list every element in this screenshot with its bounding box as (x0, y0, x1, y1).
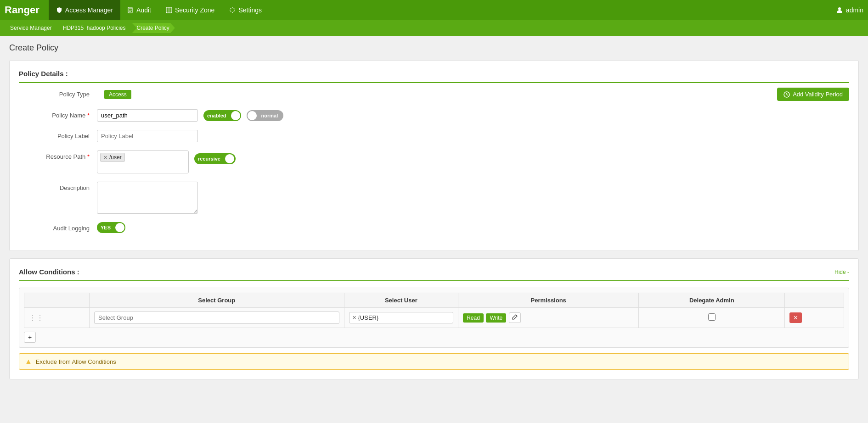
policy-label-input[interactable] (97, 130, 198, 142)
delete-row-button[interactable]: ✕ (789, 312, 802, 323)
allow-conditions-card: Allow Conditions : Hide - Select Group S… (9, 258, 859, 379)
select-group-cell (89, 308, 344, 328)
allow-conditions-heading: Allow Conditions : (19, 268, 79, 276)
edit-icon (512, 314, 518, 320)
svg-point-7 (231, 9, 233, 11)
policy-type-label: Policy Type (19, 91, 97, 98)
conditions-table: Select Group Select User Permissions Del… (24, 293, 844, 328)
nav-settings[interactable]: Settings (222, 0, 269, 20)
warning-icon: ▲ (25, 357, 32, 366)
username-label: admin (846, 6, 863, 14)
breadcrumb-hadoop-policies[interactable]: HDP315_hadoop Policies (58, 23, 131, 33)
select-user-cell: ✕ {USER} (344, 308, 458, 328)
recursive-toggle[interactable]: recursive (194, 153, 236, 164)
resource-path-tag-value: /user (109, 154, 122, 161)
resource-path-input[interactable]: ✕ /user (97, 150, 189, 173)
recursive-label: recursive (194, 156, 224, 161)
toggle-knob-enabled (231, 111, 240, 120)
description-row: Description (19, 182, 849, 214)
enabled-toggle[interactable]: enabled (203, 110, 241, 121)
policy-details-card: Policy Details : Policy Type Access Add … (9, 60, 859, 251)
delegate-admin-cell (639, 308, 785, 328)
file-icon (128, 7, 134, 13)
header-select-group (24, 293, 90, 308)
page-title: Create Policy (9, 43, 859, 53)
audit-logging-row: Audit Logging YES (19, 222, 849, 233)
policy-name-input[interactable] (97, 109, 198, 122)
toggle-knob-normal (248, 111, 257, 120)
user-tag-value: {USER} (358, 314, 379, 321)
nav-access-manager[interactable]: Access Manager (49, 0, 120, 20)
audit-toggle-knob (115, 223, 124, 232)
policy-name-label: Policy Name (52, 112, 85, 119)
allow-conditions-header: Allow Conditions : Hide - (19, 268, 849, 281)
brand-logo: Ranger (5, 4, 39, 16)
add-row-button[interactable]: + (24, 332, 36, 343)
add-validity-period-button[interactable]: Add Validity Period (777, 88, 849, 101)
delete-row-cell: ✕ (785, 308, 844, 328)
nav-audit-label: Audit (136, 6, 151, 14)
user-icon (836, 6, 843, 14)
policy-type-value: Access (104, 90, 131, 99)
top-navigation: Ranger Access Manager Audit Security Zon… (0, 0, 868, 20)
nav-access-manager-label: Access Manager (65, 6, 113, 14)
svg-point-8 (838, 7, 841, 10)
col-header-delegate-admin: Delegate Admin (639, 293, 785, 308)
perm-edit-button[interactable] (509, 312, 521, 323)
header-row: Select Group Select User Permissions Del… (24, 293, 844, 308)
delegate-admin-checkbox[interactable] (708, 313, 716, 321)
policy-details-heading: Policy Details : (19, 70, 849, 83)
yes-label: YES (97, 225, 114, 230)
policy-name-row: Policy Name * enabled normal (19, 109, 849, 122)
col-header-select-group: Select Group (89, 293, 344, 308)
col-header-actions (785, 293, 844, 308)
conditions-table-header: Select Group Select User Permissions Del… (24, 293, 844, 308)
select-user-field[interactable]: ✕ {USER} (349, 312, 454, 323)
svg-rect-4 (166, 7, 172, 13)
permissions-cell: Read Write (458, 308, 639, 328)
col-header-permissions: Permissions (458, 293, 639, 308)
nav-settings-label: Settings (238, 6, 262, 14)
breadcrumb-service-manager[interactable]: Service Manager (6, 23, 57, 33)
resource-path-tag: ✕ /user (100, 153, 125, 162)
conditions-table-body: ⋮⋮ ✕ {USER} Read (24, 308, 844, 328)
col-header-select-user: Select User (344, 293, 458, 308)
audit-logging-label: Audit Logging (19, 222, 97, 232)
breadcrumb: Service Manager HDP315_hadoop Policies C… (0, 20, 868, 36)
table-row: ⋮⋮ ✕ {USER} Read (24, 308, 844, 328)
svg-line-11 (787, 95, 788, 95)
user-tag-remove[interactable]: ✕ (352, 315, 356, 321)
policy-label-label: Policy Label (19, 130, 97, 139)
toggle-knob-recursive (225, 154, 234, 163)
exclude-section-text: Exclude from Allow Conditions (36, 358, 116, 365)
perm-write-button[interactable]: Write (486, 313, 506, 323)
tag-remove-icon[interactable]: ✕ (103, 155, 107, 161)
hide-link[interactable]: Hide - (834, 269, 849, 275)
conditions-table-wrapper: Select Group Select User Permissions Del… (19, 288, 849, 348)
description-input[interactable] (97, 182, 198, 214)
breadcrumb-create-policy[interactable]: Create Policy (132, 23, 175, 33)
main-content: Create Policy Policy Details : Policy Ty… (0, 36, 868, 394)
clock-icon (783, 91, 790, 98)
select-group-input[interactable] (94, 312, 339, 324)
drag-handle[interactable]: ⋮⋮ (29, 314, 44, 322)
security-icon (166, 7, 172, 13)
resource-path-label: Resource Path (46, 153, 85, 160)
normal-toggle[interactable]: normal (247, 110, 283, 121)
shield-icon (56, 7, 62, 13)
policy-label-row: Policy Label (19, 130, 849, 142)
drag-handle-cell: ⋮⋮ (24, 308, 90, 328)
policy-type-row: Policy Type Access Add Validity Period (19, 88, 849, 101)
exclude-section: ▲ Exclude from Allow Conditions (19, 353, 849, 370)
nav-audit[interactable]: Audit (120, 0, 158, 20)
normal-label: normal (258, 113, 282, 118)
nav-security-zone-label: Security Zone (175, 6, 214, 14)
audit-logging-toggle[interactable]: YES (97, 222, 125, 233)
nav-security-zone[interactable]: Security Zone (158, 0, 222, 20)
perm-read-button[interactable]: Read (463, 313, 484, 323)
resource-path-row: Resource Path * ✕ /user recursive (19, 150, 849, 173)
gear-icon (229, 7, 236, 13)
user-section: admin (836, 6, 863, 14)
enabled-label: enabled (203, 113, 230, 118)
description-label: Description (19, 182, 97, 191)
